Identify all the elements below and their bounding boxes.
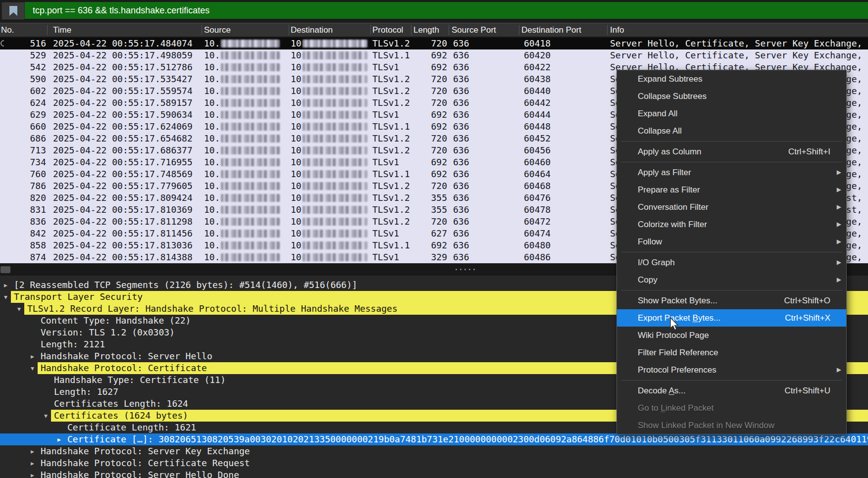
column-separator[interactable] xyxy=(411,25,411,35)
menu-item-label: Collapse All xyxy=(638,126,682,136)
menu-item-copy[interactable]: Copy▶ xyxy=(617,271,846,288)
expand-arrow-icon[interactable]: ▸ xyxy=(31,351,34,362)
cell-source: 10. xyxy=(204,252,220,263)
collapse-arrow-icon[interactable]: ▾ xyxy=(31,363,34,374)
column-separator[interactable] xyxy=(47,25,48,35)
menu-item-label: Collapse Subtrees xyxy=(638,92,707,101)
expand-arrow-icon[interactable]: ▸ xyxy=(31,446,34,457)
cell-destination: 10 xyxy=(291,181,302,191)
cell-destination: 10 xyxy=(291,157,302,168)
menu-item-i-o-graph[interactable]: I/O Graph▶ xyxy=(617,254,846,271)
cell-destination-port: 60444 xyxy=(524,109,551,120)
detail-text: Handshake Protocol: Server Hello Done xyxy=(41,470,239,478)
menu-item-label: Expand All xyxy=(638,109,677,118)
display-filter-input[interactable]: tcp.port == 636 && tls.handshake.certifi… xyxy=(25,2,868,19)
column-separator[interactable] xyxy=(202,25,202,35)
expand-arrow-icon[interactable]: ▸ xyxy=(31,458,34,469)
column-separator[interactable] xyxy=(607,25,608,35)
column-header-time[interactable]: Time xyxy=(53,25,71,35)
cell-length: 720 xyxy=(412,38,447,49)
cell-protocol: TLSv1.2 xyxy=(372,192,410,203)
menu-item-label: Copy xyxy=(638,275,658,285)
expand-arrow-icon[interactable]: ▸ xyxy=(31,470,34,478)
cell-source: 10. xyxy=(204,169,220,180)
column-separator[interactable] xyxy=(519,25,519,35)
column-separator[interactable] xyxy=(289,25,289,35)
packet-list-header[interactable]: No.TimeSourceDestinationProtocolLengthSo… xyxy=(0,23,868,37)
cell-destination-port: 60476 xyxy=(524,192,551,203)
menu-item-filter-field-reference[interactable]: Filter Field Reference xyxy=(617,344,846,361)
redacted-ip-blur xyxy=(303,253,367,261)
redacted-ip-blur xyxy=(303,40,367,48)
menu-item-protocol-preferences[interactable]: Protocol Preferences▶ xyxy=(617,361,846,379)
submenu-arrow-icon: ▶ xyxy=(837,361,841,379)
menu-item-label: Decode As... xyxy=(638,386,685,395)
cell-destination: 10 xyxy=(291,62,302,73)
column-header-source[interactable]: Source xyxy=(204,25,231,35)
menu-item-apply-as-column[interactable]: Apply as ColumnCtrl+Shift+I xyxy=(617,143,846,160)
cell-protocol: TLSv1.2 xyxy=(372,38,410,49)
column-header-destination-port[interactable]: Destination Port xyxy=(521,25,581,35)
menu-item-decode-as[interactable]: Decode As...Ctrl+Shift+U xyxy=(617,382,846,399)
column-header-destination[interactable]: Destination xyxy=(291,25,333,35)
detail-tree-row[interactable]: ▸Certificate […]: 3082065130820539a00302… xyxy=(0,433,868,445)
menu-item-prepare-as-filter[interactable]: Prepare as Filter▶ xyxy=(617,181,846,198)
cell-source-port: 636 xyxy=(453,121,469,132)
menu-item-expand-all[interactable]: Expand All xyxy=(617,105,846,122)
cell-protocol: TLSv1.2 xyxy=(372,86,410,96)
table-row[interactable]: 5292025-04-22 00:55:17.49805910.10TLSv1.… xyxy=(0,49,868,61)
redacted-ip-blur xyxy=(221,135,280,143)
cell-source-port: 636 xyxy=(453,228,469,239)
menu-item-apply-as-filter[interactable]: Apply as Filter▶ xyxy=(617,164,846,181)
column-header-info[interactable]: Info xyxy=(610,25,624,35)
horizontal-scrollbar-thumb[interactable] xyxy=(0,266,10,273)
menu-item-conversation-filter[interactable]: Conversation Filter▶ xyxy=(617,198,846,216)
cell-time: 2025-04-22 00:55:17.810369 xyxy=(53,204,193,215)
bookmark-icon xyxy=(8,5,19,17)
expand-arrow-icon[interactable]: ▸ xyxy=(4,280,7,290)
cell-length: 720 xyxy=(412,181,447,191)
cell-no: 529 xyxy=(0,50,46,61)
collapse-arrow-icon[interactable]: ▾ xyxy=(44,410,48,421)
collapse-arrow-icon[interactable]: ▾ xyxy=(4,291,7,302)
menu-item-colorize-with-filter[interactable]: Colorize with Filter▶ xyxy=(617,216,846,233)
cell-source-port: 636 xyxy=(453,38,469,49)
cell-no: 836 xyxy=(0,216,46,227)
column-header-protocol[interactable]: Protocol xyxy=(372,25,403,35)
cell-destination: 10 xyxy=(291,38,302,49)
cell-no: 831 xyxy=(0,204,46,215)
detail-tree-row[interactable]: ▸Handshake Protocol: Server Key Exchange xyxy=(0,445,868,457)
cell-protocol: TLSv1.1 xyxy=(372,240,410,251)
cell-protocol: TLSv1.2 xyxy=(372,133,410,144)
column-header-no-[interactable]: No. xyxy=(1,25,14,35)
detail-tree-row[interactable]: ▸Handshake Protocol: Certificate Request xyxy=(0,457,868,469)
cell-destination-port: 60478 xyxy=(524,204,551,215)
menu-item-expand-subtrees[interactable]: Expand Subtrees xyxy=(617,70,846,88)
column-header-length[interactable]: Length xyxy=(413,25,439,35)
menu-item-collapse-all[interactable]: Collapse All xyxy=(617,122,846,140)
menu-item-export-packet-bytes[interactable]: Export Packet Bytes...Ctrl+Shift+X xyxy=(617,309,846,327)
expand-arrow-icon[interactable]: ▸ xyxy=(57,434,61,445)
column-separator[interactable] xyxy=(370,25,371,35)
redacted-ip-blur xyxy=(221,75,280,83)
cell-no: 629 xyxy=(0,109,46,120)
table-row[interactable]: 5162025-04-22 00:55:17.48407410.10TLSv1.… xyxy=(0,38,868,49)
menu-item-collapse-subtrees[interactable]: Collapse Subtrees xyxy=(617,88,846,105)
submenu-arrow-icon: ▶ xyxy=(837,254,841,271)
cell-destination-port: 60418 xyxy=(524,38,551,49)
collapse-arrow-icon[interactable]: ▾ xyxy=(17,303,21,314)
cell-length: 720 xyxy=(412,133,447,144)
menu-item-follow[interactable]: Follow▶ xyxy=(617,233,846,250)
menu-item-show-packet-bytes[interactable]: Show Packet Bytes...Ctrl+Shift+O xyxy=(617,292,846,309)
column-separator[interactable] xyxy=(449,25,449,35)
column-header-source-port[interactable]: Source Port xyxy=(452,25,496,35)
cell-destination-port: 60440 xyxy=(524,86,551,96)
cell-source: 10. xyxy=(204,192,220,203)
menu-item-wiki-protocol-page[interactable]: Wiki Protocol Page xyxy=(617,327,846,344)
cell-destination-port: 60468 xyxy=(524,181,551,191)
filter-bookmark-button[interactable] xyxy=(1,2,25,20)
cell-source-port: 636 xyxy=(453,192,469,203)
cell-protocol: TLSv1.1 xyxy=(372,121,410,132)
redacted-ip-blur xyxy=(303,170,367,178)
detail-tree-row[interactable]: ▸Handshake Protocol: Server Hello Done xyxy=(0,469,868,478)
